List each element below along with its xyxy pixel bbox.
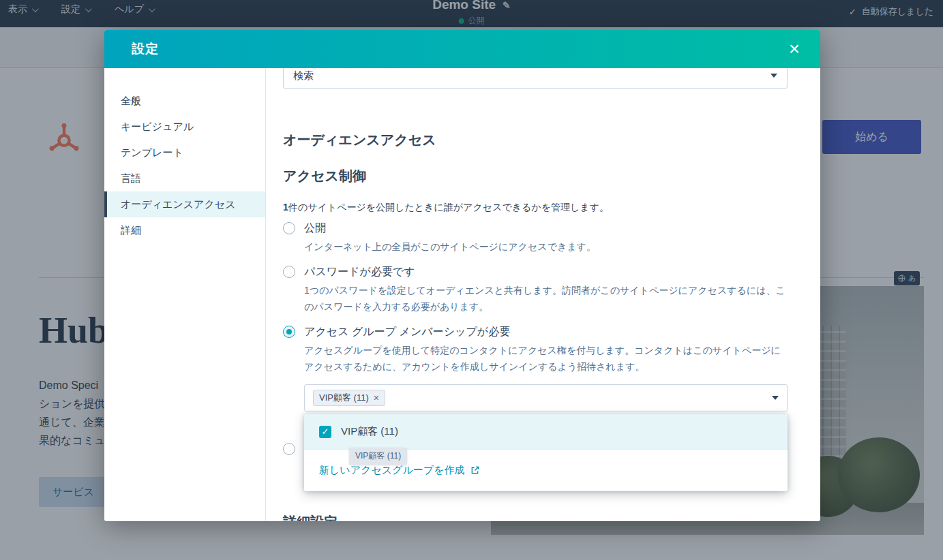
modal-content: 検索 オーディエンスアクセス アクセス制御 1件のサイトページを公開したときに誰… xyxy=(266,68,820,521)
intro-text: 件のサイトページを公開したときに誰がアクセスできるかを管理します。 xyxy=(288,202,609,213)
advanced-settings-heading: 詳細設定 xyxy=(283,513,338,521)
create-access-group-label: 新しいアクセスグループを作成 xyxy=(319,464,465,477)
sidebar-item-template[interactable]: テンプレート xyxy=(104,140,265,166)
sidebar-item-language[interactable]: 言語 xyxy=(104,166,265,191)
chevron-down-icon xyxy=(772,396,779,400)
sidebar-item-audience-access[interactable]: オーディエンスアクセス xyxy=(104,191,265,217)
search-select[interactable]: 検索 xyxy=(283,68,788,89)
modal-header: 設定 × xyxy=(104,30,820,68)
access-control-intro: 1件のサイトページを公開したときに誰がアクセスできるかを管理します。 xyxy=(283,202,788,214)
option-access-group-label[interactable]: アクセス グループ メンバーシップが必要 xyxy=(304,324,788,339)
selected-group-tag-label: VIP顧客 (11) xyxy=(319,392,369,404)
close-icon[interactable]: × xyxy=(789,40,800,59)
radio-hidden-option[interactable] xyxy=(283,443,295,455)
option-tooltip: VIP顧客 (11) xyxy=(349,448,407,465)
access-options: 公開 インターネット上の全員がこのサイトページにアクセスできます。 パスワードが… xyxy=(283,221,788,375)
radio-public[interactable] xyxy=(283,222,295,234)
checkbox-checked-icon[interactable]: ✓ xyxy=(319,426,331,438)
sidebar-item-general[interactable]: 全般 xyxy=(104,88,265,114)
dropdown-option-vip[interactable]: ✓ VIP顧客 (11) xyxy=(304,414,788,450)
tag-remove-icon[interactable]: × xyxy=(374,392,379,403)
option-public-description: インターネット上の全員がこのサイトページにアクセスできます。 xyxy=(304,238,596,255)
section-heading: オーディエンスアクセス xyxy=(283,131,788,149)
dropdown-option-label: VIP顧客 (11) xyxy=(341,425,398,438)
option-access-group: アクセス グループ メンバーシップが必要 アクセスグループを使用して特定のコンタ… xyxy=(283,324,788,375)
sidebar-item-advanced[interactable]: 詳細 xyxy=(104,217,265,243)
sidebar-item-key-visual[interactable]: キービジュアル xyxy=(104,114,265,140)
modal-title: 設定 xyxy=(132,40,159,58)
option-password-description: 1つのパスワードを設定してオーディエンスと共有します。訪問者がこのサイトページに… xyxy=(304,282,788,315)
radio-password[interactable] xyxy=(283,266,295,278)
option-password: パスワードが必要です 1つのパスワードを設定してオーディエンスと共有します。訪問… xyxy=(283,264,788,315)
option-public: 公開 インターネット上の全員がこのサイトページにアクセスできます。 xyxy=(283,221,788,255)
create-access-group-link[interactable]: 新しいアクセスグループを作成 xyxy=(319,464,479,477)
access-group-multiselect[interactable]: VIP顧客 (11) × xyxy=(304,384,788,411)
selected-group-tag: VIP顧客 (11) × xyxy=(313,390,385,406)
chevron-down-icon xyxy=(770,74,777,78)
access-group-field: VIP顧客 (11) × ✓ VIP顧客 (11) VIP顧客 (11) 新しい… xyxy=(304,384,788,411)
modal-body: 全般 キービジュアル テンプレート 言語 オーディエンスアクセス 詳細 検索 オ… xyxy=(104,68,820,521)
option-public-label[interactable]: 公開 xyxy=(304,221,596,236)
option-password-label[interactable]: パスワードが必要です xyxy=(304,264,788,279)
access-group-dropdown: ✓ VIP顧客 (11) VIP顧客 (11) 新しいアクセスグループを作成 xyxy=(304,414,788,491)
search-select-value: 検索 xyxy=(293,69,314,82)
option-access-group-description: アクセスグループを使用して特定のコンタクトにアクセス権を付与します。コンタクトは… xyxy=(304,342,788,375)
radio-access-group-selected[interactable] xyxy=(283,326,295,338)
subsection-heading: アクセス制御 xyxy=(283,167,788,185)
external-link-icon xyxy=(470,466,479,475)
settings-modal: 設定 × 全般 キービジュアル テンプレート 言語 オーディエンスアクセス 詳細… xyxy=(104,30,820,521)
modal-sidebar: 全般 キービジュアル テンプレート 言語 オーディエンスアクセス 詳細 xyxy=(104,68,266,521)
intro-count: 1 xyxy=(283,202,288,213)
